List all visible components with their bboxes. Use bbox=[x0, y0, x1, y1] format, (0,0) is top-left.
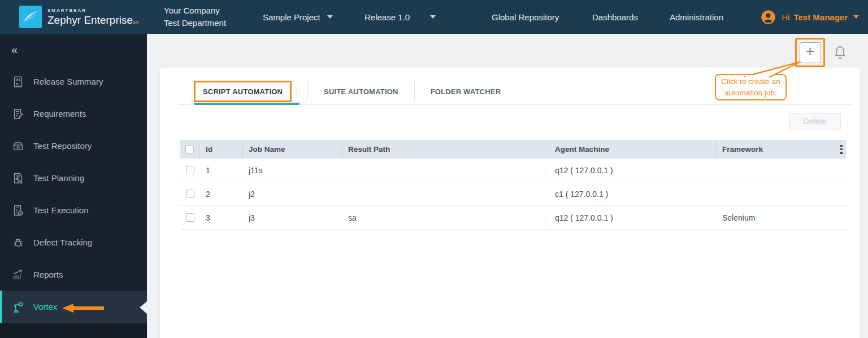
table-row[interactable]: 2 j2 c1 ( 127.0.0.1 ) bbox=[180, 182, 846, 206]
tooltip-tail bbox=[736, 58, 810, 78]
delete-button[interactable]: Delete bbox=[789, 113, 841, 130]
cell-id: 2 bbox=[200, 190, 243, 199]
column-menu-icon[interactable] bbox=[840, 145, 843, 154]
vortex-annotation-arrow bbox=[62, 303, 104, 313]
test-planning-icon bbox=[11, 171, 25, 186]
user-name-label: Test Manager bbox=[793, 12, 848, 22]
release-summary-icon bbox=[11, 74, 25, 89]
column-header-job-name[interactable]: Job Name bbox=[243, 140, 342, 159]
top-navigation-bar: SMARTBEAR Zephyr EnterpriseSM Your Compa… bbox=[0, 0, 868, 34]
sidebar-item-requirements[interactable]: Requirements bbox=[0, 98, 147, 130]
table-header-row: Id Job Name Result Path Agent Machine Fr… bbox=[180, 140, 846, 159]
cell-job-name: j11s bbox=[243, 166, 342, 175]
requirements-icon bbox=[11, 107, 25, 121]
cell-framework: Selenium bbox=[717, 213, 846, 222]
automation-panel: SCRIPT AUTOMATION SUITE AUTOMATION FOLDE… bbox=[160, 68, 860, 338]
create-job-tooltip: Click to create an automation job. bbox=[715, 74, 787, 100]
chevron-down-icon bbox=[853, 15, 859, 19]
automation-tabs: SCRIPT AUTOMATION SUITE AUTOMATION FOLDE… bbox=[194, 79, 517, 104]
sidebar-item-reports[interactable]: Reports bbox=[0, 258, 147, 291]
brand: SMARTBEAR Zephyr EnterpriseSM bbox=[0, 0, 148, 34]
user-menu[interactable]: Hi Test Manager bbox=[761, 0, 859, 34]
service-mark: SM bbox=[133, 20, 139, 24]
sidebar-item-test-planning[interactable]: Test Planning bbox=[0, 162, 147, 194]
tab-script-automation[interactable]: SCRIPT AUTOMATION bbox=[194, 81, 292, 102]
nav-administration[interactable]: Administration bbox=[670, 0, 723, 34]
project-selector[interactable]: Sample Project bbox=[263, 0, 333, 34]
row-checkbox[interactable] bbox=[186, 213, 194, 222]
chevron-down-icon bbox=[327, 15, 333, 19]
active-tab-underline bbox=[194, 103, 300, 105]
table-row[interactable]: 3 j3 sa q12 ( 127.0.0.1 ) Selenium bbox=[180, 206, 846, 230]
tab-folder-watcher[interactable]: FOLDER WATCHER bbox=[415, 81, 517, 102]
user-avatar-icon bbox=[761, 10, 776, 25]
select-all-checkbox[interactable] bbox=[185, 145, 194, 153]
brand-product-label: Zephyr EnterpriseSM bbox=[47, 15, 139, 25]
nav-global-repository[interactable]: Global Repository bbox=[492, 0, 559, 34]
brand-smartbear-label: SMARTBEAR bbox=[47, 8, 139, 13]
company-department-label: Your Company Test Department bbox=[164, 0, 226, 34]
sidebar-item-test-execution[interactable]: Test Execution bbox=[0, 194, 147, 226]
vortex-robot-icon bbox=[11, 300, 25, 314]
cell-id: 3 bbox=[200, 213, 243, 222]
cell-id: 1 bbox=[200, 166, 243, 175]
column-header-id[interactable]: Id bbox=[200, 140, 243, 159]
cell-agent-machine: q12 ( 127.0.0.1 ) bbox=[549, 166, 717, 175]
sidebar-collapse-button[interactable]: « bbox=[0, 34, 147, 65]
notifications-bell-icon[interactable] bbox=[833, 45, 847, 63]
chevron-down-icon bbox=[430, 15, 436, 19]
test-repository-icon bbox=[11, 139, 25, 153]
cell-result-path: sa bbox=[342, 213, 549, 222]
row-checkbox[interactable] bbox=[186, 190, 194, 198]
sidebar-footer-area bbox=[0, 324, 147, 338]
row-checkbox[interactable] bbox=[186, 166, 194, 174]
active-item-notch bbox=[140, 301, 147, 314]
column-header-framework[interactable]: Framework bbox=[717, 140, 846, 159]
tab-suite-automation[interactable]: SUITE AUTOMATION bbox=[308, 81, 414, 102]
test-execution-icon bbox=[11, 203, 25, 218]
smartbear-logo-icon bbox=[19, 6, 42, 28]
cell-agent-machine: q12 ( 127.0.0.1 ) bbox=[549, 213, 717, 222]
column-header-result-path[interactable]: Result Path bbox=[342, 140, 549, 159]
table-row[interactable]: 1 j11s q12 ( 127.0.0.1 ) bbox=[180, 159, 846, 182]
nav-dashboards[interactable]: Dashboards bbox=[592, 0, 638, 34]
release-selector[interactable]: Release 1.0 bbox=[364, 0, 436, 34]
automation-jobs-table: Id Job Name Result Path Agent Machine Fr… bbox=[180, 140, 846, 230]
reports-icon bbox=[11, 267, 25, 282]
cell-job-name: j2 bbox=[243, 190, 342, 199]
cell-job-name: j3 bbox=[243, 213, 342, 222]
defect-tracking-icon bbox=[11, 235, 25, 250]
sidebar-navigation: « Release Summary Requirements Test Repo… bbox=[0, 34, 147, 338]
sidebar-item-test-repository[interactable]: Test Repository bbox=[0, 130, 147, 162]
sidebar-item-release-summary[interactable]: Release Summary bbox=[0, 65, 147, 98]
cell-agent-machine: c1 ( 127.0.0.1 ) bbox=[549, 190, 717, 199]
column-header-agent-machine[interactable]: Agent Machine bbox=[549, 140, 717, 159]
sidebar-item-defect-tracking[interactable]: Defect Tracking bbox=[0, 226, 147, 258]
greeting-label: Hi bbox=[782, 12, 789, 22]
